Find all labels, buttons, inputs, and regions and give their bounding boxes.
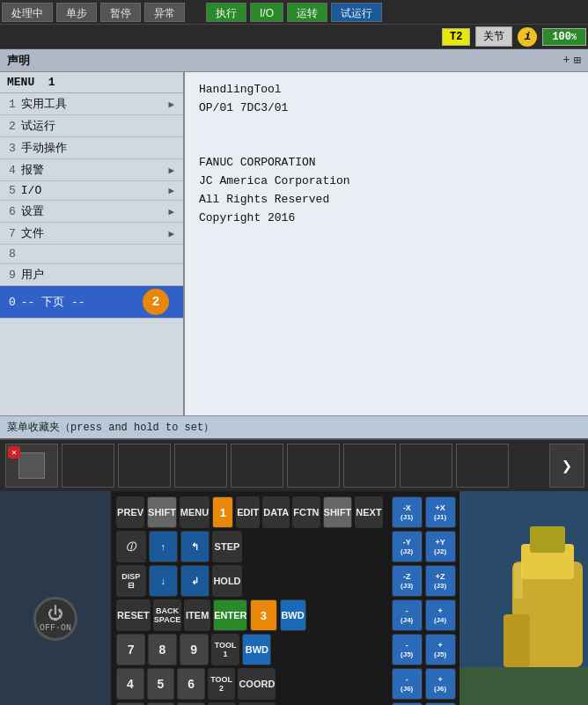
menu-item-9[interactable]: 9用户 [0, 264, 183, 286]
pause-btn[interactable]: 暂停 [100, 3, 141, 22]
svg-rect-4 [530, 526, 565, 553]
badge3-key[interactable]: 3 [250, 599, 276, 631]
menu-item-2[interactable]: 2试运行 [0, 115, 183, 137]
menu-item-3-label: 手动操作 [21, 142, 67, 155]
menu-item-8[interactable]: 8 [0, 245, 183, 264]
shift-key-2[interactable]: SHIFT [323, 496, 353, 528]
j6-pos-key[interactable]: +(J6) [425, 668, 456, 700]
taskbar-item-6[interactable] [287, 444, 340, 488]
badge1-key[interactable]: 1 [212, 496, 233, 528]
x-neg-key[interactable]: -X(J1) [392, 496, 423, 528]
j4-pos-key[interactable]: +(J4) [425, 599, 456, 631]
z-pos-key[interactable]: +Z(J3) [425, 565, 456, 597]
arrow-6: ▶ [168, 206, 174, 217]
next-key[interactable]: NEXT [355, 496, 382, 528]
enter-key[interactable]: ENTER [213, 599, 247, 631]
taskbar: ✕ ❯ [0, 438, 588, 491]
num8-key[interactable]: 8 [148, 634, 177, 665]
shift-key-1[interactable]: SHIFT [147, 496, 177, 528]
num4-key[interactable]: 4 [116, 668, 144, 700]
taskbar-item-3[interactable] [118, 444, 171, 488]
taskbar-item-1[interactable]: ✕ [5, 444, 58, 488]
3d-view: Y [459, 491, 589, 705]
j5-pos-key[interactable]: +(J5) [425, 634, 456, 665]
menu-item-6[interactable]: 6设置 ▶ [0, 201, 183, 223]
zoom-icon[interactable]: + [562, 53, 570, 68]
taskbar-item-7[interactable] [343, 444, 396, 488]
step-btn[interactable]: 单步 [56, 3, 97, 22]
j4-neg-key[interactable]: -(J4) [392, 599, 423, 631]
bwd2-key[interactable]: BWD [242, 634, 271, 665]
tool2-key[interactable]: TOOL2 [208, 668, 236, 700]
taskbar-item-4[interactable] [174, 444, 227, 488]
sidebar-header: MENU 1 [0, 72, 183, 93]
error-btn[interactable]: 异常 [144, 3, 185, 22]
power-label: OFF·ON [40, 623, 71, 633]
kangjie-btn[interactable]: 关节 [475, 26, 512, 47]
taskbar-item-2[interactable] [62, 444, 114, 488]
prev-nav-key[interactable]: ↰ [180, 531, 209, 562]
step-key[interactable]: STEP [212, 531, 241, 562]
power-button[interactable]: ⏻ OFF·ON [33, 597, 77, 641]
key-row-5: 7 8 9 TOOL1 BWD [116, 634, 383, 665]
edit-key[interactable]: EDIT [236, 496, 260, 528]
keypad-main: PREV SHIFT MENU 1 EDIT DATA FCTN SHIFT N… [111, 491, 388, 705]
top-toolbar: 处理中 单步 暂停 异常 执行 I/O 运转 试运行 [0, 0, 588, 25]
menu-item-4[interactable]: 4报警 ▶ [0, 159, 183, 181]
up-key[interactable]: ↑ [149, 531, 178, 562]
t2-badge: T2 [442, 28, 470, 46]
j6-neg-key[interactable]: -(J6) [392, 668, 423, 700]
run-btn[interactable]: 运转 [287, 3, 327, 22]
next-taskbar-btn[interactable]: ❯ [549, 444, 584, 488]
menu-item-0[interactable]: 0-- 下页 -- 2 [0, 286, 183, 319]
taskbar-item-8[interactable] [400, 444, 452, 488]
arrow-1: ▶ [168, 99, 174, 110]
key-row-3: DISP⊟ ↓ ↲ HOLD [116, 565, 383, 597]
y-neg-key[interactable]: -Y(J2) [392, 531, 423, 562]
taskbar-item-9[interactable] [456, 444, 509, 488]
num6-key[interactable]: 6 [177, 668, 205, 700]
bottom-status: 菜单收藏夹（press and hold to set） [0, 415, 588, 438]
info-key[interactable]: ⓘ [116, 531, 145, 562]
hold-key[interactable]: HOLD [212, 565, 241, 597]
tool1-key[interactable]: TOOL1 [211, 634, 240, 665]
num9-key[interactable]: 9 [180, 634, 209, 665]
fctn-key[interactable]: FCTN [292, 496, 320, 528]
grid-icon[interactable]: ⊞ [574, 53, 581, 68]
item-key[interactable]: ITEM [184, 599, 210, 631]
svg-rect-5 [503, 614, 530, 667]
num7-key[interactable]: 7 [116, 634, 145, 665]
menu-item-5-label: I/O [21, 184, 41, 197]
prev-key[interactable]: PREV [116, 496, 144, 528]
z-neg-key[interactable]: -Z(J3) [392, 565, 423, 597]
num5-key[interactable]: 5 [147, 668, 175, 700]
bwd-key[interactable]: BWD [280, 599, 306, 631]
menu-item-9-label: 用户 [21, 268, 44, 282]
menu-item-3[interactable]: 3手动操作 [0, 137, 183, 159]
down-key[interactable]: ↓ [149, 565, 178, 597]
reset-key[interactable]: RESET [116, 599, 151, 631]
panel-icons: + ⊞ [562, 53, 581, 68]
y-pos-key[interactable]: +Y(J2) [425, 531, 456, 562]
taskbar-item-5[interactable] [231, 444, 283, 488]
menu-item-1[interactable]: 1实用工具 ▶ [0, 93, 183, 115]
menu-key[interactable]: MENU [180, 496, 209, 528]
keypad-left: ⏻ OFF·ON [0, 491, 111, 705]
menu-item-5[interactable]: 5I/O ▶ [0, 181, 183, 201]
process-btn[interactable]: 处理中 [2, 3, 53, 22]
svg-rect-1 [459, 667, 589, 705]
next-nav-key[interactable]: ↲ [180, 565, 209, 597]
test-run-btn[interactable]: 试运行 [331, 3, 382, 22]
disp-key[interactable]: DISP⊟ [116, 565, 145, 597]
io-btn[interactable]: I/O [250, 3, 283, 22]
coord-key[interactable]: COORD [238, 668, 276, 700]
execute-btn[interactable]: 执行 [206, 3, 246, 22]
backspace-key[interactable]: BACKSPACE [153, 599, 181, 631]
panel-header: 声明 + ⊞ [0, 49, 588, 72]
x-pos-key[interactable]: +X(J1) [425, 496, 456, 528]
menu-item-6-label: 设置 [21, 205, 44, 218]
power-icon: ⏻ [48, 605, 63, 623]
data-key[interactable]: DATA [262, 496, 290, 528]
menu-item-7[interactable]: 7文件 ▶ [0, 223, 183, 245]
j5-neg-key[interactable]: -(J5) [392, 634, 423, 665]
